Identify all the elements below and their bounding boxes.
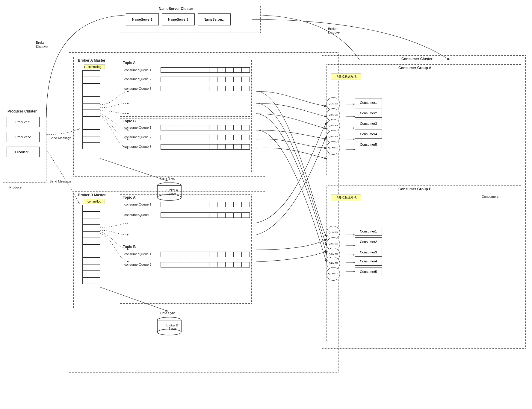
producer1-box: Producer1 xyxy=(7,117,40,127)
cq2-tbb-cells xyxy=(161,262,250,267)
consumer1-b-box: Consumer1 xyxy=(355,227,382,236)
cq2-tba-label: consumerQueue 2 xyxy=(124,213,152,217)
broker-b-commitlog-tag: commitlog xyxy=(84,199,105,204)
cq2-tbb-label: consumerQueue 2 xyxy=(124,263,152,266)
broker-b-slave-label: Broker BSlave xyxy=(160,324,184,330)
consumer-group-a-label: Consumer Group A xyxy=(398,66,431,70)
topic-a-broker-b-label: Topic A xyxy=(123,195,136,200)
q5-circle-a: Q.. MSG. xyxy=(327,141,340,155)
producer-dot-label: Producer . xyxy=(9,186,25,189)
cq1-ta-label: consumerQueue 1 xyxy=(124,68,152,72)
consumer5-b-box: Consumer5 xyxy=(355,267,382,276)
pull-thread-a-tag: 消费拉取线程池 xyxy=(331,73,361,80)
send-msg-b-label: Send Message xyxy=(49,180,71,183)
cq1-tbb-label: consumerQueue 1 xyxy=(124,252,152,256)
consumer4-b-box: Consumer4 xyxy=(355,257,382,266)
broker-a-master-label: Broker A Master xyxy=(78,58,105,63)
cq1-ta-cells xyxy=(161,67,250,73)
consumer4-a-box: Consumer4 xyxy=(355,130,382,139)
consumer3-a-box: Consumer3 xyxy=(355,119,382,128)
cq3-ta-cells xyxy=(161,86,250,91)
broker-a-b-label: B: xyxy=(84,65,87,68)
nameserver3-box: NameServer... xyxy=(198,13,231,25)
cq1-tb-label: consumerQueue 1 xyxy=(124,126,152,129)
cq1-tb-cells xyxy=(161,125,250,130)
cq1-tba-cells xyxy=(161,202,250,207)
broker-a-data-sync-label: Data Sync xyxy=(160,177,176,180)
consumer1-a-box: Consumer1 xyxy=(355,98,382,107)
topic-b-broker-a-label: Topic B xyxy=(123,119,136,123)
diagram-container: NameServer Cluster NameServer1 NameServe… xyxy=(0,0,532,409)
consumer2-b-box: Consumer2 xyxy=(355,237,382,246)
consumer-group-b-label: Consumer Group B xyxy=(398,187,432,191)
consumer2-a-box: Consumer2 xyxy=(355,109,382,118)
nameserver-cluster-label: NameServer Cluster xyxy=(159,7,193,11)
cq2-ta-cells xyxy=(161,77,250,82)
consumer3-b-box: Consumer3 xyxy=(355,248,382,257)
producer-cluster-label: Producer Cluster xyxy=(7,109,37,113)
topic-a-broker-a-label: Topic A xyxy=(123,61,136,65)
cq2-tb-cells xyxy=(161,135,250,140)
broker-b-data-sync-label: Data Sync xyxy=(160,311,176,315)
q5-circle-b: Q.. MSG. xyxy=(327,267,340,281)
topic-a-broker-b-box xyxy=(120,194,252,242)
cq2-tb-label: consumerQueue 2 xyxy=(124,135,152,139)
cq1-tbb-cells xyxy=(161,252,250,257)
cq3-ta-label: consumerQueue 3 xyxy=(124,87,152,90)
broker-a-commitlog-cells xyxy=(82,70,100,149)
pull-thread-b-tag: 消费拉取线程池 xyxy=(331,194,361,201)
cq2-ta-label: consumerQueue 2 xyxy=(124,77,152,81)
broker-a-commitlog-tag: commitlog xyxy=(84,64,105,69)
nameserver1-box: NameServer1 xyxy=(126,13,159,25)
cq3-tb-cells xyxy=(161,144,250,150)
broker-b-commitlog-cells xyxy=(82,205,100,284)
producer3-box: Producer... xyxy=(7,147,40,157)
send-msg-a-label: Send Message xyxy=(49,136,71,140)
cq2-tba-cells xyxy=(161,212,250,218)
broker-discover-right-label: BrokerDiscover xyxy=(328,27,341,34)
consumer5-a-box: Consumer5 xyxy=(355,140,382,149)
nameserver2-box: NameServer2 xyxy=(162,13,195,25)
cq3-tb-label: consumerQueue 3 xyxy=(124,145,152,148)
consumer-cluster-label: Consumer Cluster xyxy=(401,57,433,61)
cq1-tba-label: consumerQueue 1 xyxy=(124,203,152,206)
consumers-label: Consumers xyxy=(482,195,498,198)
broker-b-master-label: Broker B Master xyxy=(78,193,106,197)
topic-b-broker-b-label: Topic B xyxy=(123,245,136,249)
producer2-box: Producer2 xyxy=(7,132,40,142)
broker-discover-left-label: BrokerDiscover xyxy=(36,40,49,49)
